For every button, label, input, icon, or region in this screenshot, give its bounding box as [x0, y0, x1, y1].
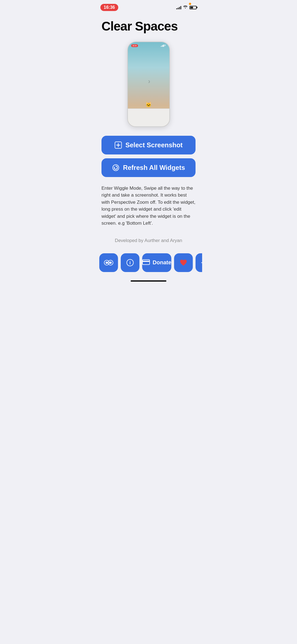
svg-marker-8: [114, 167, 115, 168]
refresh-widgets-button[interactable]: Refresh All Widgets: [101, 158, 196, 177]
svg-rect-2: [162, 45, 163, 47]
phone-signal-icons: [161, 45, 166, 47]
heart-button[interactable]: [174, 253, 193, 272]
app-title: Clear Spaces: [101, 19, 196, 33]
status-icons: [176, 5, 197, 10]
select-screenshot-button[interactable]: Select Screenshot: [101, 136, 196, 154]
donate-label: Donate: [153, 259, 171, 266]
action-buttons: Select Screenshot Refresh All Widgets: [101, 136, 196, 177]
signal-strength-icon: [176, 6, 181, 9]
svg-point-10: [106, 262, 108, 264]
donate-button[interactable]: Donate: [142, 253, 171, 272]
phone-mockup: 16:34 ☽ 🐱: [127, 42, 170, 127]
status-bar: 16:36: [95, 0, 202, 14]
battery-icon: [189, 6, 197, 9]
orange-dot-indicator: [189, 3, 191, 5]
svg-rect-3: [163, 45, 164, 47]
phone-bottom-bar: [128, 108, 169, 126]
instructions-text: Enter Wiggle Mode, Swipe all the way to …: [101, 185, 196, 227]
wifi-icon: [183, 5, 188, 10]
svg-rect-16: [142, 261, 150, 262]
phone-moon: ☽: [147, 80, 150, 84]
page-content: Clear Spaces 16:34 ☽: [95, 14, 202, 243]
settings-button[interactable]: [196, 253, 202, 272]
svg-point-12: [109, 262, 112, 264]
refresh-widgets-label: Refresh All Widgets: [123, 164, 185, 172]
phone-cat: 🐱: [145, 102, 152, 108]
phone-status-bar-inner: 16:34: [128, 44, 169, 47]
add-photo-icon: [114, 141, 122, 149]
svg-text:i: i: [130, 260, 131, 265]
eyes-button[interactable]: [99, 253, 118, 272]
time-display: 16:36: [100, 4, 118, 11]
phone-time-badge: 16:34: [131, 44, 138, 47]
info-button[interactable]: i: [121, 253, 139, 272]
home-indicator: [131, 280, 166, 282]
phone-wallpaper: ☽ 🐱: [128, 42, 169, 126]
developer-credit: Developed by Aurther and Aryan: [101, 238, 196, 243]
donate-card-icon: [142, 259, 150, 266]
refresh-icon: [112, 164, 120, 172]
svg-rect-0: [161, 46, 161, 47]
phone-mockup-container: 16:34 ☽ 🐱: [101, 42, 196, 127]
svg-rect-15: [142, 260, 150, 265]
svg-point-7: [113, 165, 119, 171]
bottom-toolbar: i Donate: [95, 253, 202, 278]
svg-rect-1: [161, 45, 162, 47]
select-screenshot-label: Select Screenshot: [125, 141, 183, 149]
